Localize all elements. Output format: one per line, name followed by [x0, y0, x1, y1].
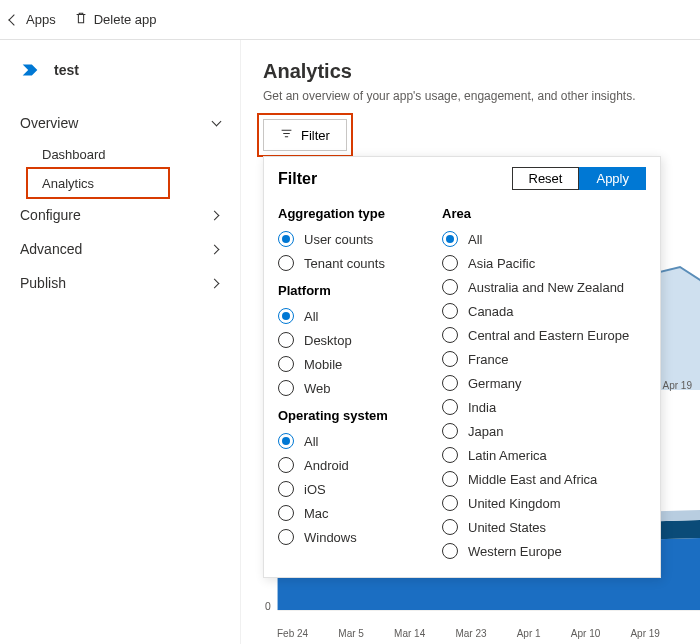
- delete-label: Delete app: [94, 12, 157, 27]
- back-label: Apps: [26, 12, 56, 27]
- sidebar-item-dashboard[interactable]: Dashboard: [34, 140, 228, 169]
- xtick: Mar 23: [455, 628, 486, 639]
- filter-group-platform-title: Platform: [278, 283, 418, 298]
- radio-label: Asia Pacific: [468, 256, 535, 271]
- radio-option[interactable]: All: [442, 227, 646, 251]
- filter-button[interactable]: Filter: [263, 119, 347, 151]
- filter-reset-button[interactable]: Reset: [512, 167, 580, 190]
- sidebar-section-advanced[interactable]: Advanced: [12, 232, 228, 266]
- filter-group-area-title: Area: [442, 206, 646, 221]
- radio-option[interactable]: iOS: [278, 477, 418, 501]
- chevron-right-icon: [210, 244, 220, 254]
- radio-option[interactable]: Germany: [442, 371, 646, 395]
- radio-option[interactable]: Western Europe: [442, 539, 646, 563]
- filter-apply-button[interactable]: Apply: [579, 167, 646, 190]
- chart-engagement-xaxis: Feb 24 Mar 5 Mar 14 Mar 23 Apr 1 Apr 10 …: [263, 624, 700, 639]
- radio-icon: [278, 505, 294, 521]
- filter-group-aggregation-title: Aggregation type: [278, 206, 418, 221]
- radio-label: Central and Eastern Europe: [468, 328, 629, 343]
- radio-label: Windows: [304, 530, 357, 545]
- radio-option[interactable]: All: [278, 429, 418, 453]
- xtick: Apr 1: [517, 628, 541, 639]
- radio-option[interactable]: Australia and New Zealand: [442, 275, 646, 299]
- main-content: Analytics Get an overview of your app's …: [240, 40, 700, 644]
- radio-icon: [442, 255, 458, 271]
- radio-icon: [278, 380, 294, 396]
- radio-label: Canada: [468, 304, 514, 319]
- xtick: Mar 5: [338, 628, 364, 639]
- radio-label: Mac: [304, 506, 329, 521]
- radio-option[interactable]: Canada: [442, 299, 646, 323]
- sidebar-item-label: Analytics: [42, 176, 94, 191]
- svg-text:0: 0: [265, 601, 271, 612]
- delete-app-button[interactable]: Delete app: [74, 11, 157, 28]
- radio-icon: [442, 519, 458, 535]
- radio-icon: [278, 529, 294, 545]
- radio-icon: [278, 457, 294, 473]
- filter-panel-title: Filter: [278, 170, 317, 188]
- radio-icon: [442, 327, 458, 343]
- radio-label: United States: [468, 520, 546, 535]
- radio-icon: [278, 332, 294, 348]
- back-apps-link[interactable]: Apps: [10, 12, 56, 27]
- radio-option[interactable]: Windows: [278, 525, 418, 549]
- radio-label: Latin America: [468, 448, 547, 463]
- radio-option[interactable]: Tenant counts: [278, 251, 418, 275]
- radio-option[interactable]: France: [442, 347, 646, 371]
- sidebar-section-configure[interactable]: Configure: [12, 198, 228, 232]
- top-bar: Apps Delete app: [0, 0, 700, 40]
- sidebar-section-label: Overview: [20, 115, 78, 131]
- radio-label: Desktop: [304, 333, 352, 348]
- radio-icon: [278, 356, 294, 372]
- radio-icon: [442, 231, 458, 247]
- radio-label: Western Europe: [468, 544, 562, 559]
- radio-option[interactable]: Android: [278, 453, 418, 477]
- xtick: Apr 10: [571, 628, 600, 639]
- radio-label: Germany: [468, 376, 521, 391]
- radio-icon: [278, 255, 294, 271]
- radio-label: All: [468, 232, 482, 247]
- radio-label: Android: [304, 458, 349, 473]
- page-description: Get an overview of your app's usage, eng…: [263, 89, 700, 103]
- chevron-left-icon: [8, 14, 19, 25]
- radio-option[interactable]: United States: [442, 515, 646, 539]
- xtick: Apr 19: [663, 380, 692, 391]
- radio-option[interactable]: All: [278, 304, 418, 328]
- radio-option[interactable]: Japan: [442, 419, 646, 443]
- filter-icon: [280, 127, 293, 143]
- radio-label: User counts: [304, 232, 373, 247]
- radio-option[interactable]: Desktop: [278, 328, 418, 352]
- radio-label: Mobile: [304, 357, 342, 372]
- chevron-right-icon: [210, 210, 220, 220]
- radio-option[interactable]: Web: [278, 376, 418, 400]
- radio-icon: [442, 399, 458, 415]
- radio-option[interactable]: Latin America: [442, 443, 646, 467]
- radio-option[interactable]: Asia Pacific: [442, 251, 646, 275]
- radio-icon: [442, 375, 458, 391]
- sidebar-section-overview[interactable]: Overview: [12, 106, 228, 140]
- radio-label: Australia and New Zealand: [468, 280, 624, 295]
- radio-option[interactable]: Central and Eastern Europe: [442, 323, 646, 347]
- radio-label: iOS: [304, 482, 326, 497]
- radio-label: All: [304, 309, 318, 324]
- chevron-right-icon: [210, 278, 220, 288]
- radio-option[interactable]: Mobile: [278, 352, 418, 376]
- radio-icon: [278, 231, 294, 247]
- sidebar-item-analytics[interactable]: Analytics: [34, 169, 228, 198]
- radio-option[interactable]: User counts: [278, 227, 418, 251]
- radio-option[interactable]: Middle East and Africa: [442, 467, 646, 491]
- app-logo-icon: [16, 56, 44, 84]
- radio-option[interactable]: Mac: [278, 501, 418, 525]
- radio-label: Tenant counts: [304, 256, 385, 271]
- sidebar-section-label: Advanced: [20, 241, 82, 257]
- filter-group-os-title: Operating system: [278, 408, 418, 423]
- xtick: Mar 14: [394, 628, 425, 639]
- radio-option[interactable]: India: [442, 395, 646, 419]
- radio-icon: [442, 279, 458, 295]
- sidebar-section-publish[interactable]: Publish: [12, 266, 228, 300]
- radio-label: France: [468, 352, 508, 367]
- radio-option[interactable]: United Kingdom: [442, 491, 646, 515]
- radio-icon: [442, 543, 458, 559]
- page-title: Analytics: [263, 60, 700, 83]
- sidebar: test Overview Dashboard Analytics Config…: [0, 40, 240, 644]
